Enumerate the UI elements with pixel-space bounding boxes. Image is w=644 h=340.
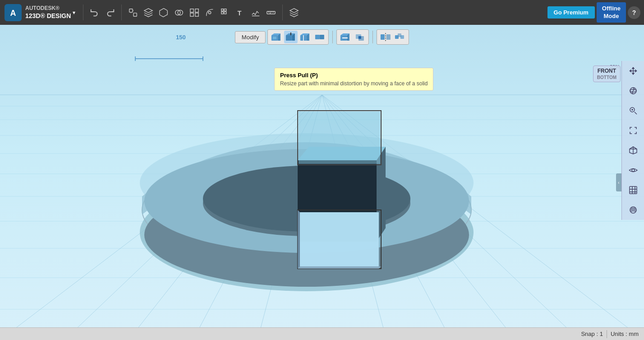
svg-rect-90 xyxy=(359,36,361,39)
svg-rect-2 xyxy=(129,9,133,12)
ruler-tool-button[interactable] xyxy=(264,5,278,20)
boolean-tool-button[interactable] xyxy=(172,5,186,20)
view-cube-panel xyxy=(621,61,644,220)
svg-rect-91 xyxy=(381,34,385,40)
svg-point-12 xyxy=(208,11,211,14)
text-tool-button[interactable]: T xyxy=(233,5,248,20)
divider-1 xyxy=(83,5,83,20)
canvas-area[interactable]: 150 Modify xyxy=(0,25,644,340)
front-view-label: FRONT BOTTOM xyxy=(593,65,621,82)
svg-rect-19 xyxy=(267,11,275,14)
units-label: Units : mm xyxy=(611,331,639,337)
logo-dropdown[interactable]: ▾ xyxy=(73,9,75,16)
material-button[interactable] xyxy=(625,202,641,218)
merge-button[interactable] xyxy=(313,31,327,43)
tweak-button[interactable] xyxy=(284,31,298,43)
visibility-button[interactable] xyxy=(625,162,641,178)
undo-redo-section xyxy=(85,5,120,20)
units-control[interactable]: Units : mm xyxy=(611,331,639,337)
divider-3 xyxy=(282,5,283,20)
snap-control[interactable]: Snap : 1 xyxy=(581,331,603,337)
tooltip-description: Resize part with minimal distortion by m… xyxy=(280,80,428,87)
transform-tool-button[interactable] xyxy=(126,5,140,20)
top-toolbar: A AUTODESK® 123D® DESIGN ▾ xyxy=(0,0,644,25)
svg-rect-13 xyxy=(221,9,224,11)
group-tool-button[interactable] xyxy=(187,5,202,20)
ruler-label: 150 xyxy=(176,34,186,41)
svg-line-102 xyxy=(635,112,637,114)
logo-area: A AUTODESK® 123D® DESIGN ▾ xyxy=(0,4,81,21)
autodesk-logo-icon: A xyxy=(5,4,22,21)
press-pull-button[interactable] xyxy=(270,31,283,43)
sketch-tool-button[interactable] xyxy=(141,5,156,20)
front-text: FRONT xyxy=(597,68,616,74)
svg-rect-75 xyxy=(273,37,276,39)
svg-text:T: T xyxy=(238,9,242,16)
mirror-tools-group xyxy=(377,29,409,45)
perspective-button[interactable] xyxy=(625,142,641,158)
svg-point-107 xyxy=(632,169,635,172)
brand-name: AUTODESK® xyxy=(25,5,71,12)
mirror-button[interactable] xyxy=(379,31,392,43)
premium-button[interactable]: Go Premium xyxy=(547,6,595,19)
svg-rect-96 xyxy=(398,33,401,37)
status-bar: Snap : 1 Units : mm xyxy=(0,327,644,340)
tooltip-title: Press Pull (P) xyxy=(280,72,428,79)
combine-tools-group xyxy=(336,29,369,45)
bottom-text: BOTTOM xyxy=(597,75,616,80)
layers-section xyxy=(285,5,304,20)
svg-rect-9 xyxy=(195,9,198,12)
tooltip: Press Pull (P) Resize part with minimal … xyxy=(274,68,433,91)
subtract-button[interactable] xyxy=(339,31,352,43)
svg-rect-11 xyxy=(195,13,198,16)
svg-text:A: A xyxy=(10,9,16,18)
grid-button[interactable] xyxy=(625,182,641,198)
logo-text: AUTODESK® 123D® DESIGN xyxy=(25,5,71,20)
zoom-button[interactable] xyxy=(625,102,641,119)
svg-marker-66 xyxy=(298,266,381,269)
offline-button[interactable]: OfflineMode xyxy=(597,2,626,23)
divider-2 xyxy=(121,5,122,20)
svg-rect-68 xyxy=(299,112,380,164)
fillet-tool-button[interactable] xyxy=(202,5,217,20)
snap-label: Snap : 1 xyxy=(581,331,603,337)
measure-tool-button[interactable] xyxy=(248,5,263,20)
svg-rect-16 xyxy=(224,12,226,14)
intersect-button[interactable] xyxy=(353,31,367,43)
orbit-button[interactable] xyxy=(625,83,641,99)
expand-tab[interactable]: ‹ xyxy=(616,173,621,191)
undo-button[interactable] xyxy=(87,5,102,20)
svg-rect-10 xyxy=(190,13,193,16)
modify-button[interactable]: Modify xyxy=(235,31,266,43)
modify-divider-1 xyxy=(332,31,333,43)
svg-rect-108 xyxy=(630,186,637,194)
fit-view-button[interactable] xyxy=(625,122,641,139)
svg-rect-64 xyxy=(300,212,379,266)
pattern-tool-button[interactable] xyxy=(218,5,232,20)
offline-label: OfflineMode xyxy=(602,5,621,19)
pan-button[interactable] xyxy=(625,63,641,79)
svg-rect-8 xyxy=(190,9,193,12)
product-name: 123D® DESIGN xyxy=(25,12,71,20)
primitive-tool-button[interactable] xyxy=(156,5,171,20)
svg-rect-76 xyxy=(286,35,292,41)
svg-rect-3 xyxy=(133,13,137,16)
svg-rect-15 xyxy=(221,12,224,14)
svg-rect-84 xyxy=(320,35,324,39)
help-button[interactable]: ? xyxy=(628,6,640,19)
split-face-button[interactable] xyxy=(299,31,312,43)
svg-rect-92 xyxy=(386,34,391,40)
main-tools-section: T xyxy=(124,5,281,20)
layers-button[interactable] xyxy=(287,5,301,20)
redo-button[interactable] xyxy=(103,5,117,20)
status-divider xyxy=(607,330,607,338)
svg-marker-65 xyxy=(298,210,300,269)
modify-divider-2 xyxy=(373,31,373,43)
svg-rect-14 xyxy=(224,9,226,11)
svg-rect-83 xyxy=(315,35,320,39)
modify-bar: Modify xyxy=(235,29,409,45)
solid-tools-group xyxy=(267,29,329,45)
array-button[interactable] xyxy=(393,31,407,43)
